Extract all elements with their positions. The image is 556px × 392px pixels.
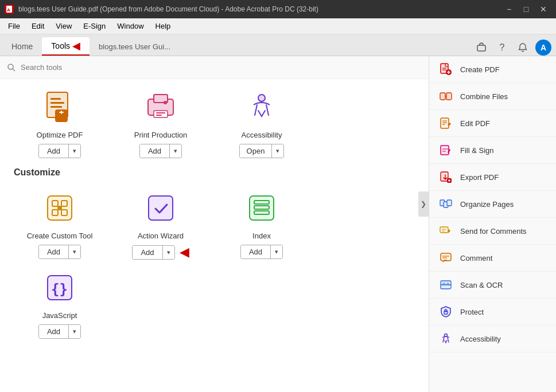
- panel-collapse-button[interactable]: ❯: [418, 191, 429, 217]
- customize-section-title: Customize: [14, 167, 415, 178]
- optimize-pdf-add-group: Add ▾: [38, 144, 81, 158]
- javascript-dropdown-button[interactable]: ▾: [69, 325, 80, 338]
- javascript-add-group: Add ▾: [38, 324, 81, 339]
- sidebar-label-combine-files: Combine Files: [460, 92, 508, 101]
- action-wizard-add-group: Add ▾: [132, 245, 174, 260]
- search-bar: [0, 56, 429, 79]
- minimize-button[interactable]: −: [501, 1, 517, 17]
- optimize-pdf-name: Optimize PDF: [37, 131, 83, 139]
- user-avatar[interactable]: A: [535, 40, 551, 56]
- svg-rect-16: [156, 115, 162, 116]
- tool-card-action-wizard: Action Wizard Add ▾ ◀: [115, 189, 207, 260]
- action-wizard-add-button[interactable]: Add: [133, 246, 162, 259]
- svg-rect-7: [50, 102, 64, 104]
- scan-ocr-icon: [438, 277, 453, 292]
- accessibility-icon: [244, 90, 279, 124]
- action-wizard-icon: [143, 190, 178, 226]
- sidebar-item-protect[interactable]: Protect: [429, 299, 556, 326]
- maximize-button[interactable]: □: [518, 1, 534, 17]
- print-production-icon: [143, 90, 178, 124]
- create-custom-add-group: Add ▾: [38, 245, 81, 259]
- svg-point-3: [8, 64, 13, 69]
- main-layout: Optimize PDF Add ▾: [0, 56, 556, 392]
- top-tools-row: Optimize PDF Add ▾: [14, 88, 415, 158]
- svg-rect-38: [440, 93, 445, 100]
- javascript-icon-wrap: {}: [41, 269, 79, 307]
- accessibility-dropdown-button[interactable]: ▾: [272, 144, 283, 158]
- svg-rect-14: [154, 111, 168, 117]
- tab-document[interactable]: blogs.tees User Gui...: [90, 37, 180, 56]
- svg-rect-25: [149, 196, 173, 220]
- svg-text:A: A: [7, 7, 10, 13]
- tool-card-index: Index Add ▾: [216, 189, 308, 260]
- menu-file[interactable]: File: [2, 21, 26, 32]
- javascript-tools-row: {} JavaScript Add ▾: [14, 269, 415, 339]
- sidebar-item-scan-ocr[interactable]: Scan & OCR: [429, 272, 556, 299]
- sidebar-item-create-pdf[interactable]: Create PDF: [429, 56, 556, 83]
- sidebar-label-edit-pdf: Edit PDF: [460, 119, 490, 128]
- close-button[interactable]: ✕: [535, 1, 551, 17]
- menu-window[interactable]: Window: [111, 21, 149, 32]
- window-title: blogs.tees User Guide.pdf (Opened from A…: [18, 5, 318, 13]
- sidebar-item-export-pdf[interactable]: Export PDF: [429, 164, 556, 191]
- create-custom-add-button[interactable]: Add: [39, 245, 69, 258]
- sidebar-label-export-pdf: Export PDF: [460, 173, 499, 182]
- tab-home[interactable]: Home: [2, 37, 42, 56]
- sidebar-label-organize-pages: Organize Pages: [460, 200, 514, 209]
- svg-rect-2: [477, 45, 485, 51]
- index-dropdown-button[interactable]: ▾: [271, 245, 282, 258]
- sidebar-item-edit-pdf[interactable]: Edit PDF: [429, 110, 556, 137]
- sidebar-item-accessibility[interactable]: Accessibility: [429, 326, 556, 352]
- share-icon[interactable]: [473, 40, 489, 56]
- edit-pdf-icon: [438, 116, 453, 131]
- combine-files-icon: [438, 89, 453, 104]
- help-icon[interactable]: ?: [494, 40, 510, 56]
- sidebar-item-organize-pages[interactable]: Organize Pages: [429, 191, 556, 218]
- sidebar-label-comment: Comment: [460, 254, 492, 262]
- create-custom-dropdown-button[interactable]: ▾: [69, 245, 80, 258]
- index-add-button[interactable]: Add: [241, 245, 271, 258]
- svg-rect-15: [156, 112, 165, 113]
- sidebar-label-scan-ocr: Scan & OCR: [460, 281, 503, 289]
- sidebar-item-fill-sign[interactable]: Fill & Sign: [429, 137, 556, 164]
- accessibility-open-button[interactable]: Open: [240, 144, 273, 158]
- customize-tools-row: Create Custom Tool Add ▾ Action Wizard: [14, 189, 415, 260]
- sidebar-item-comment[interactable]: Comment: [429, 245, 556, 272]
- export-pdf-icon: [438, 170, 453, 185]
- right-sidebar: Create PDF Combine Files Edit PDF Fill &…: [429, 56, 556, 392]
- print-production-name: Print Production: [134, 131, 188, 139]
- optimize-pdf-add-button[interactable]: Add: [39, 144, 69, 158]
- menu-edit[interactable]: Edit: [26, 21, 50, 32]
- accessibility-icon-wrap: [243, 88, 281, 126]
- optimize-pdf-dropdown-button[interactable]: ▾: [69, 144, 80, 158]
- javascript-name: JavaScript: [42, 311, 77, 320]
- tools-tab-arrow: ◀: [72, 40, 80, 52]
- svg-rect-26: [250, 196, 274, 220]
- fill-sign-icon: [438, 143, 453, 158]
- svg-rect-56: [442, 283, 445, 285]
- search-input[interactable]: [21, 63, 422, 72]
- tab-tools[interactable]: Tools ◀: [42, 37, 90, 56]
- sidebar-item-combine-files[interactable]: Combine Files: [429, 83, 556, 110]
- action-wizard-name: Action Wizard: [138, 232, 184, 240]
- svg-rect-6: [50, 98, 61, 100]
- index-icon-wrap: [243, 189, 281, 227]
- print-production-dropdown-button[interactable]: ▾: [170, 144, 181, 158]
- menu-esign[interactable]: E-Sign: [77, 21, 111, 32]
- comment-icon: [438, 250, 453, 265]
- notification-bell-icon[interactable]: [515, 40, 531, 56]
- window-controls[interactable]: − □ ✕: [501, 1, 551, 17]
- index-icon: [244, 190, 279, 226]
- svg-rect-57: [446, 283, 449, 285]
- print-production-add-button[interactable]: Add: [140, 144, 170, 158]
- javascript-add-button[interactable]: Add: [39, 325, 69, 338]
- action-wizard-dropdown-button[interactable]: ▾: [163, 246, 174, 259]
- accessibility-sidebar-icon: [438, 331, 453, 346]
- menu-view[interactable]: View: [50, 21, 77, 32]
- sidebar-label-send-for-comments: Send for Comments: [460, 227, 527, 236]
- menu-help[interactable]: Help: [150, 21, 177, 32]
- svg-rect-51: [441, 253, 451, 261]
- svg-rect-11: [61, 111, 62, 114]
- sidebar-item-send-for-comments[interactable]: Send for Comments: [429, 218, 556, 245]
- send-for-comments-icon: [438, 224, 453, 238]
